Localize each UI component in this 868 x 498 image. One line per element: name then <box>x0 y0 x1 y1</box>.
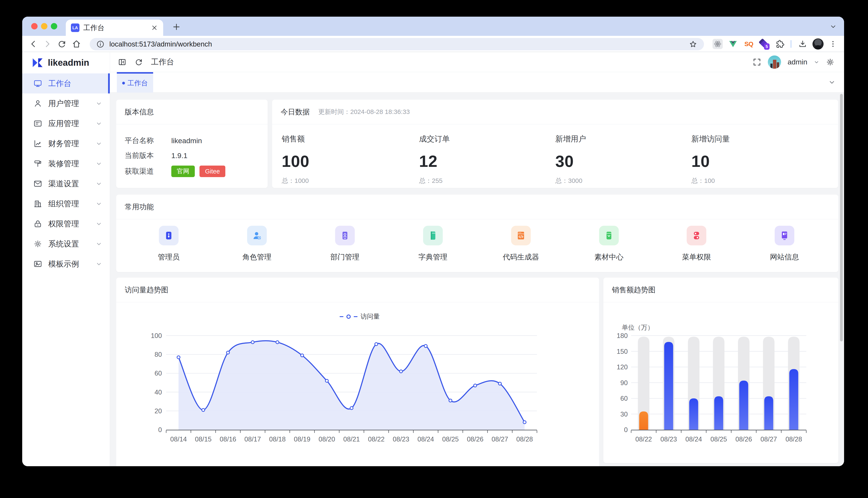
page-tab-workbench[interactable]: 工作台 <box>117 72 153 93</box>
browser-tab[interactable]: LA 工作台 <box>66 19 163 36</box>
svg-text:08/24: 08/24 <box>417 435 434 443</box>
svg-text:08/24: 08/24 <box>685 435 702 443</box>
quick-item-素材中心[interactable]: 素材中心 <box>581 226 637 262</box>
breadcrumb: 工作台 <box>151 57 174 67</box>
chevron-down-icon <box>96 181 102 187</box>
address-bar[interactable]: localhost:5173/admin/workbench <box>90 38 704 50</box>
downloads-icon[interactable] <box>797 39 808 49</box>
browser-menu-kebab-icon[interactable] <box>828 39 838 49</box>
quick-item-label: 角色管理 <box>242 252 271 262</box>
svg-text:08/26: 08/26 <box>735 435 752 443</box>
sales-unit-label: 单位（万） <box>622 323 654 332</box>
svg-text:08/25: 08/25 <box>442 435 459 443</box>
chevron-down-icon <box>96 140 102 147</box>
app-logo[interactable]: likeadmin <box>22 52 110 74</box>
quick-item-角色管理[interactable]: 角色管理 <box>229 226 285 262</box>
admin-icon <box>159 226 179 245</box>
version-card-title: 版本信息 <box>125 107 154 117</box>
role-icon <box>247 226 267 245</box>
browser-profile-avatar[interactable] <box>813 38 824 50</box>
tab-close-icon[interactable] <box>151 24 158 31</box>
sidebar-item-perm[interactable]: 权限管理 <box>22 214 110 234</box>
sidebar-item-org[interactable]: 组织管理 <box>22 194 110 214</box>
settings-gear-icon[interactable] <box>826 57 835 67</box>
decor-icon <box>33 159 42 168</box>
official-site-button[interactable]: 官网 <box>171 166 195 177</box>
svg-text:40: 40 <box>155 389 162 396</box>
sidebar-item-system[interactable]: 系统设置 <box>22 234 110 254</box>
sidebar-item-users[interactable]: 用户管理 <box>22 93 110 114</box>
quick-item-管理员[interactable]: 管理员 <box>141 226 196 262</box>
gitee-button[interactable]: Gitee <box>200 166 225 177</box>
user-avatar[interactable] <box>768 55 781 69</box>
browser-toolbar: localhost:5173/admin/workbench SQ 5 <box>22 36 844 52</box>
react-devtools-extension-icon[interactable] <box>713 39 723 49</box>
refresh-page-icon[interactable] <box>135 57 143 67</box>
chevron-down-icon <box>96 241 102 247</box>
image-icon <box>33 260 42 268</box>
chevron-down-icon <box>96 160 102 167</box>
quick-item-部门管理[interactable]: 部门管理 <box>317 226 373 262</box>
sidebar: likeadmin 工作台用户管理应用管理财务管理装修管理渠道设置组织管理权限管… <box>22 52 110 466</box>
svg-text:0: 0 <box>158 426 162 434</box>
svg-text:08/21: 08/21 <box>343 435 360 443</box>
vue5-extension-icon[interactable]: 5 <box>759 39 769 49</box>
quick-card-title: 常用功能 <box>125 202 154 212</box>
menuauth-icon <box>687 226 706 245</box>
svg-text:08/18: 08/18 <box>269 435 286 443</box>
quick-item-字典管理[interactable]: 字典管理 <box>405 226 461 262</box>
close-window-button[interactable] <box>31 23 38 29</box>
sidebar-item-decorate[interactable]: 装修管理 <box>22 154 110 174</box>
page-content: 版本信息 平台名称 likeadmin 当前版本 1.9.1 获取渠道 官网 <box>110 93 844 466</box>
quick-item-label: 代码生成器 <box>503 252 539 262</box>
zoom-window-button[interactable] <box>51 23 57 29</box>
quick-item-代码生成器[interactable]: 代码生成器 <box>493 226 549 262</box>
visits-chart-legend[interactable]: 访问量 <box>340 312 380 321</box>
new-tab-button[interactable] <box>172 22 181 31</box>
stat-total: 总：255 <box>419 176 547 185</box>
browser-window: LA 工作台 localhost:5173/admin/workbench <box>22 17 844 466</box>
app-icon <box>33 119 42 128</box>
sidebar-item-apps[interactable]: 应用管理 <box>22 114 110 134</box>
page-tab-label: 工作台 <box>128 79 148 88</box>
back-button[interactable] <box>29 39 38 49</box>
user-menu-chevron-icon[interactable] <box>814 59 819 65</box>
sq-extension-icon[interactable]: SQ <box>744 39 754 49</box>
tabbar-dropdown-chevron-icon[interactable] <box>828 79 835 86</box>
tab-active-dot <box>122 82 125 84</box>
svg-text:180: 180 <box>617 332 628 340</box>
bookmark-star-icon[interactable] <box>689 40 698 49</box>
page-scrollbar-thumb[interactable] <box>840 94 843 341</box>
extensions-puzzle-icon[interactable] <box>775 39 785 49</box>
reload-button[interactable] <box>57 39 67 49</box>
toolbar-divider <box>791 40 791 48</box>
svg-text:08/15: 08/15 <box>195 435 212 443</box>
quick-functions-card: 常用功能 管理员角色管理部门管理字典管理代码生成器素材中心菜单权限网站信息 <box>116 195 838 272</box>
site-info-icon[interactable] <box>96 40 105 49</box>
dict-icon <box>423 226 443 245</box>
fullscreen-icon[interactable] <box>752 57 762 67</box>
sidebar-item-finance[interactable]: 财务管理 <box>22 134 110 154</box>
legend-line-icon <box>340 316 343 317</box>
browser-tabstrip: LA 工作台 <box>22 17 844 36</box>
sidebar-item-label: 财务管理 <box>48 139 90 149</box>
sidebar-item-workbench[interactable]: 工作台 <box>22 74 110 93</box>
minimize-window-button[interactable] <box>41 23 48 29</box>
page-tabbar: 工作台 <box>110 72 844 93</box>
quick-item-网站信息[interactable]: 网站信息 <box>757 226 812 262</box>
forward-button[interactable] <box>43 39 52 49</box>
sidebar-item-template[interactable]: 模板示例 <box>22 254 110 274</box>
quick-item-菜单权限[interactable]: 菜单权限 <box>669 226 724 262</box>
svg-text:08/26: 08/26 <box>467 435 484 443</box>
svg-text:08/27: 08/27 <box>492 435 508 443</box>
collapse-sidebar-icon[interactable] <box>118 57 127 67</box>
dept-icon <box>335 226 355 245</box>
home-button[interactable] <box>72 39 81 49</box>
sidebar-item-channel[interactable]: 渠道设置 <box>22 174 110 194</box>
stat-label: 新增访问量 <box>691 134 819 144</box>
vue-devtools-extension-icon[interactable] <box>728 39 738 49</box>
username[interactable]: admin <box>788 58 807 66</box>
sidebar-item-label: 权限管理 <box>48 219 90 229</box>
svg-text:60: 60 <box>621 395 628 402</box>
tab-search-chevron-icon[interactable] <box>830 23 837 30</box>
